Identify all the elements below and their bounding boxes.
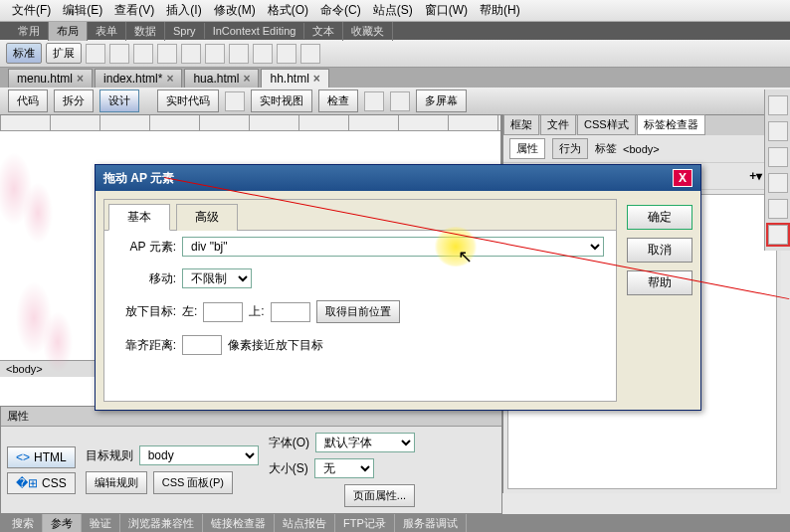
tab-data[interactable]: 数据 <box>126 22 165 41</box>
dialog-close-button[interactable]: X <box>673 169 692 187</box>
menu-site[interactable]: 站点(S) <box>367 2 419 19</box>
doc-tab-hua[interactable]: hua.html× <box>184 69 259 88</box>
doc-tab-hh[interactable]: hh.html× <box>261 69 328 88</box>
menu-edit[interactable]: 编辑(E) <box>57 2 108 19</box>
footer-tab-ftp-log[interactable]: FTP记录 <box>335 514 395 533</box>
drag-ap-element-dialog: 拖动 AP 元素 X 基本 高级 AP 元素: div "bj" 移动: 不限制… <box>95 164 701 411</box>
drop-top-input[interactable] <box>271 302 310 322</box>
toolbar-icon[interactable] <box>225 91 245 111</box>
tab-tag-inspector[interactable]: 标签检查器 <box>637 114 705 135</box>
main-menubar: 文件(F) 编辑(E) 查看(V) 插入(I) 修改(M) 格式(O) 命令(C… <box>0 0 790 22</box>
footer-tab-server-debug[interactable]: 服务器调试 <box>395 514 467 533</box>
live-code-button[interactable]: 实时代码 <box>157 89 219 112</box>
ap-element-label: AP 元素: <box>116 239 176 256</box>
tool-icon-4[interactable] <box>157 44 177 64</box>
get-position-button[interactable]: 取得目前位置 <box>316 300 400 323</box>
drop-left-input[interactable] <box>203 302 243 322</box>
doc-tab-index[interactable]: index.html*× <box>95 69 182 88</box>
tab-favorites[interactable]: 收藏夹 <box>343 22 393 41</box>
menu-view[interactable]: 查看(V) <box>108 2 160 19</box>
tab-spry[interactable]: Spry <box>165 23 205 39</box>
tool-icon-3[interactable] <box>133 44 153 64</box>
close-icon[interactable]: × <box>166 72 173 86</box>
menu-insert[interactable]: 插入(I) <box>160 2 207 19</box>
panel-icon-4[interactable] <box>768 173 788 193</box>
tool-icon-9[interactable] <box>277 44 296 64</box>
target-rule-label: 目标规则 <box>86 447 133 464</box>
side-panel-icons <box>764 89 790 251</box>
drop-target-label: 放下目标: <box>116 303 176 320</box>
bg-graphic <box>0 141 70 261</box>
target-rule-select[interactable]: body <box>139 445 259 465</box>
footer-tab-browser-compat[interactable]: 浏览器兼容性 <box>120 514 203 533</box>
tab-forms[interactable]: 表单 <box>88 22 126 41</box>
edit-rule-button[interactable]: 编辑规则 <box>86 471 147 494</box>
mode-standard[interactable]: 标准 <box>6 43 42 64</box>
tool-icon-2[interactable] <box>109 44 129 64</box>
help-button[interactable]: 帮助 <box>627 270 692 295</box>
tab-text[interactable]: 文本 <box>304 22 343 41</box>
panel-icon-2[interactable] <box>768 121 788 141</box>
panel-icon-1[interactable] <box>768 95 788 115</box>
menu-window[interactable]: 窗口(W) <box>419 2 474 19</box>
toolbar-icon[interactable] <box>364 91 384 111</box>
tool-icon-1[interactable] <box>86 44 105 64</box>
menu-file[interactable]: 文件(F) <box>6 2 57 19</box>
footer-tab-link-checker[interactable]: 链接检查器 <box>203 514 275 533</box>
tab-css-styles[interactable]: CSS样式 <box>577 114 636 135</box>
view-code[interactable]: 代码 <box>8 89 48 112</box>
panel-icon-5[interactable] <box>768 199 788 219</box>
font-select[interactable]: 默认字体 <box>315 433 415 452</box>
properties-css-tab[interactable]: �⊞CSS <box>7 472 76 494</box>
add-behavior-button[interactable]: +▾ <box>749 169 762 183</box>
left-label: 左: <box>182 303 197 320</box>
menu-help[interactable]: 帮助(H) <box>474 2 526 19</box>
menu-command[interactable]: 命令(C) <box>314 2 367 19</box>
footer-tab-search[interactable]: 搜索 <box>4 514 43 533</box>
tab-frames[interactable]: 框架 <box>503 114 539 135</box>
tool-icon-5[interactable] <box>181 44 201 64</box>
ruler-horizontal <box>0 115 500 131</box>
menu-format[interactable]: 格式(O) <box>262 2 314 19</box>
ok-button[interactable]: 确定 <box>627 205 692 230</box>
tool-icon-8[interactable] <box>253 44 273 64</box>
cancel-button[interactable]: 取消 <box>627 238 692 263</box>
close-icon[interactable]: × <box>243 72 250 86</box>
mode-expanded[interactable]: 扩展 <box>46 43 82 64</box>
view-split[interactable]: 拆分 <box>54 89 94 112</box>
footer-tab-validate[interactable]: 验证 <box>82 514 120 533</box>
close-icon[interactable]: × <box>313 72 320 86</box>
ap-element-select[interactable]: div "bj" <box>182 237 604 257</box>
dialog-tab-advanced[interactable]: 高级 <box>176 204 238 231</box>
live-view-button[interactable]: 实时视图 <box>251 89 312 112</box>
footer-tab-site-reports[interactable]: 站点报告 <box>275 514 335 533</box>
tool-icon-6[interactable] <box>205 44 225 64</box>
view-design[interactable]: 设计 <box>99 89 139 112</box>
page-properties-button[interactable]: 页面属性... <box>344 484 415 507</box>
menu-modify[interactable]: 修改(M) <box>208 2 262 19</box>
css-panel-button[interactable]: CSS 面板(P) <box>153 471 233 494</box>
dialog-tab-basic[interactable]: 基本 <box>108 204 170 231</box>
panel-icon-3[interactable] <box>768 147 788 167</box>
snap-distance-input[interactable] <box>182 335 222 355</box>
dialog-titlebar[interactable]: 拖动 AP 元素 X <box>96 165 700 191</box>
tab-files[interactable]: 文件 <box>540 114 576 135</box>
tab-incontext[interactable]: InContext Editing <box>205 23 305 39</box>
size-select[interactable]: 无 <box>314 458 374 478</box>
doc-tab-menu[interactable]: menu.html× <box>8 69 93 88</box>
tab-common[interactable]: 常用 <box>10 22 49 41</box>
toolbar-icon[interactable] <box>390 91 410 111</box>
subtab-behaviors[interactable]: 行为 <box>552 138 588 159</box>
footer-tab-reference[interactable]: 参考 <box>43 514 82 533</box>
movement-select[interactable]: 不限制 <box>182 268 252 288</box>
properties-html-tab[interactable]: <>HTML <box>7 446 76 468</box>
tool-icon-10[interactable] <box>300 44 320 64</box>
tool-icon-7[interactable] <box>229 44 249 64</box>
multiscreen-button[interactable]: 多屏幕 <box>416 89 467 112</box>
tab-layout[interactable]: 布局 <box>49 22 88 41</box>
movement-label: 移动: <box>116 270 176 287</box>
close-icon[interactable]: × <box>77 72 84 86</box>
inspect-button[interactable]: 检查 <box>318 89 358 112</box>
panel-icon-search[interactable] <box>768 225 788 245</box>
subtab-attributes[interactable]: 属性 <box>509 138 545 159</box>
